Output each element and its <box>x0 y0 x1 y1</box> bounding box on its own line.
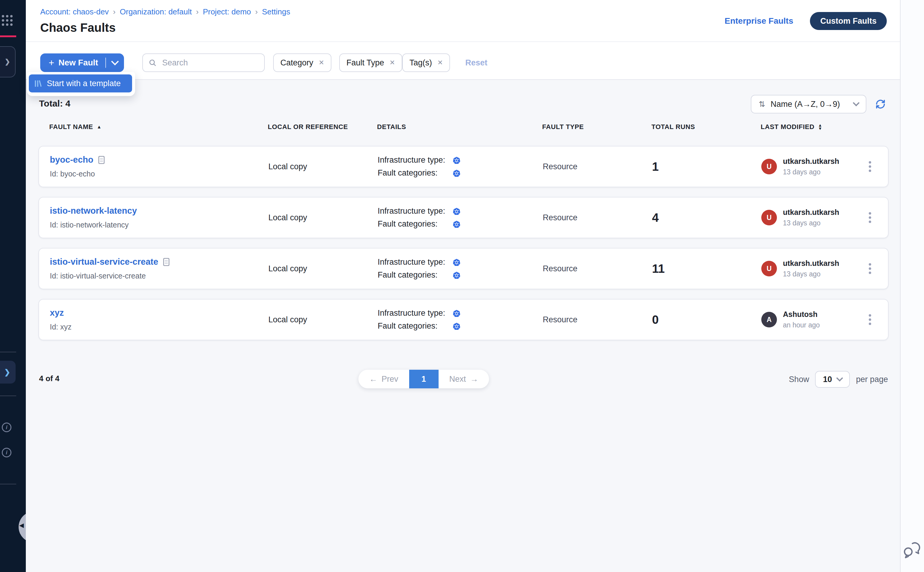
row-menu-button[interactable] <box>859 312 881 327</box>
column-total-runs: TOTAL RUNS <box>652 123 761 131</box>
chevron-right-icon: ❯ <box>4 368 10 376</box>
breadcrumb: Account: chaos-dev › Organization: defau… <box>40 7 290 17</box>
page-header: Account: chaos-dev › Organization: defau… <box>26 0 900 42</box>
module-nav-button[interactable]: ❯ <box>0 46 16 78</box>
avatar: U <box>761 159 777 174</box>
reset-filters-link[interactable]: Reset <box>465 58 487 67</box>
current-page-button[interactable]: 1 <box>409 370 439 389</box>
last-modified-cell: U utkarsh.utkarsh 13 days ago <box>761 208 859 227</box>
sidebar-divider <box>0 396 16 396</box>
avatar: U <box>761 210 777 225</box>
breadcrumb-account-link[interactable]: Account: chaos-dev <box>40 7 109 17</box>
close-icon[interactable]: ✕ <box>390 59 395 67</box>
modified-by: utkarsh.utkarsh <box>783 157 839 166</box>
chaos-faults-page: ❯ ❯ i i ◀ Account: chaos-dev › Organizat… <box>0 0 924 572</box>
row-menu-button[interactable] <box>859 261 881 277</box>
modified-by: Ashutosh <box>783 310 820 319</box>
table-row: istio-network-latency Id: istio-network-… <box>39 197 888 238</box>
chevron-down-icon <box>836 375 843 382</box>
search-input[interactable] <box>161 58 258 68</box>
pagination: ← Prev 1 Next → <box>358 370 489 389</box>
modified-by: utkarsh.utkarsh <box>783 208 839 217</box>
last-modified-cell: U utkarsh.utkarsh 13 days ago <box>761 259 859 278</box>
sort-both-icon: ▲▼ <box>818 124 822 130</box>
modified-time: 13 days ago <box>783 168 839 176</box>
close-icon[interactable]: ✕ <box>437 59 443 67</box>
close-icon[interactable]: ✕ <box>319 59 324 67</box>
custom-faults-button[interactable]: Custom Faults <box>810 12 887 30</box>
filter-chip-fault-type[interactable]: Fault Type ✕ <box>339 53 402 72</box>
breadcrumb-project-link[interactable]: Project: demo <box>203 7 251 17</box>
chevron-down-icon <box>853 99 860 107</box>
chevron-down-icon <box>111 58 118 65</box>
column-fault-name[interactable]: FAULT NAME ▲ <box>49 123 268 131</box>
column-fault-type: FAULT TYPE <box>542 123 652 131</box>
new-fault-dropdown-menu: Start with a template <box>27 72 135 96</box>
filter-chip-tags[interactable]: Tag(s) ✕ <box>402 53 450 72</box>
info-icon[interactable]: i <box>2 423 11 432</box>
per-page-select[interactable]: 10 <box>815 371 850 388</box>
feedback-chat-icon[interactable] <box>902 539 922 563</box>
expand-sidebar-button[interactable]: ❯ <box>0 361 16 384</box>
arrow-right-icon: → <box>470 375 478 384</box>
details-cell: Infrastructure type: Fault categories: <box>378 258 543 280</box>
kubernetes-icon <box>453 309 460 317</box>
prev-page-button[interactable]: ← Prev <box>358 370 409 389</box>
kubernetes-icon <box>453 322 460 330</box>
new-fault-button[interactable]: + New Fault <box>40 53 124 72</box>
total-runs-cell: 11 <box>652 262 761 275</box>
page-title: Chaos Faults <box>40 21 115 34</box>
header-actions: Enterprise Faults Custom Faults <box>725 12 887 30</box>
row-menu-button[interactable] <box>859 159 881 174</box>
fault-name-link[interactable]: istio-virtual-service-create <box>50 257 158 267</box>
avatar: U <box>761 261 777 277</box>
total-runs-cell: 0 <box>652 313 761 326</box>
avatar: A <box>761 312 777 327</box>
table-row: istio-virtual-service-create Id: istio-v… <box>39 248 888 289</box>
info-icon[interactable]: i <box>2 448 11 457</box>
fault-type-cell: Resource <box>543 162 652 171</box>
sort-updown-icon: ⇅ <box>759 99 765 109</box>
fault-id: Id: istio-virtual-service-create <box>50 272 268 280</box>
fault-name-cell: byoc-echo Id: byoc-echo <box>50 155 268 178</box>
fault-name-link[interactable]: istio-network-latency <box>50 206 137 216</box>
app-grid-menu-icon[interactable] <box>2 15 12 26</box>
pagination-summary: 4 of 4 <box>39 374 59 383</box>
arrow-left-icon: ← <box>369 375 377 384</box>
column-last-modified[interactable]: LAST MODIFIED ▲▼ <box>761 123 859 131</box>
per-page-controls: Show 10 per page <box>789 371 888 388</box>
breadcrumb-settings-link[interactable]: Settings <box>262 7 290 17</box>
next-page-button[interactable]: Next → <box>439 370 489 389</box>
fault-name-link[interactable]: byoc-echo <box>50 155 93 165</box>
kubernetes-icon <box>453 220 460 228</box>
fault-name-cell: istio-virtual-service-create Id: istio-v… <box>50 257 268 280</box>
local-or-reference-cell: Local copy <box>268 264 378 274</box>
fault-name-link[interactable]: xyz <box>50 308 64 318</box>
right-rail <box>901 0 924 572</box>
app-sidebar: ❯ ❯ i i <box>0 0 26 572</box>
fault-type-cell: Resource <box>543 213 652 222</box>
refresh-button[interactable] <box>875 99 885 109</box>
modified-by: utkarsh.utkarsh <box>783 259 839 268</box>
local-or-reference-cell: Local copy <box>268 315 378 325</box>
last-modified-cell: U utkarsh.utkarsh 13 days ago <box>761 157 859 176</box>
sidebar-divider <box>0 484 16 484</box>
fault-id: Id: xyz <box>50 323 268 331</box>
sort-controls: ⇅ Name (A→Z, 0→9) <box>751 95 885 113</box>
column-local-or-reference: LOCAL OR REFERENCE <box>268 123 377 131</box>
sort-select[interactable]: ⇅ Name (A→Z, 0→9) <box>751 95 866 113</box>
breadcrumb-organization-link[interactable]: Organization: default <box>120 7 192 17</box>
new-fault-dropdown-toggle[interactable] <box>106 53 124 72</box>
breadcrumb-separator: › <box>255 7 258 17</box>
total-runs-cell: 4 <box>652 211 761 224</box>
table-header-row: FAULT NAME ▲ LOCAL OR REFERENCE DETAILS … <box>39 123 888 131</box>
fault-list: byoc-echo Id: byoc-echo Local copy Infra… <box>39 146 888 350</box>
kubernetes-icon <box>453 156 460 164</box>
filter-chip-category[interactable]: Category ✕ <box>273 53 331 72</box>
collapse-left-icon[interactable]: ◀ <box>19 522 24 529</box>
row-menu-button[interactable] <box>859 210 881 225</box>
kubernetes-icon <box>453 271 460 279</box>
fault-id: Id: istio-network-latency <box>50 221 268 229</box>
start-with-template-menu-item[interactable]: Start with a template <box>29 75 132 92</box>
enterprise-faults-link[interactable]: Enterprise Faults <box>725 16 793 26</box>
